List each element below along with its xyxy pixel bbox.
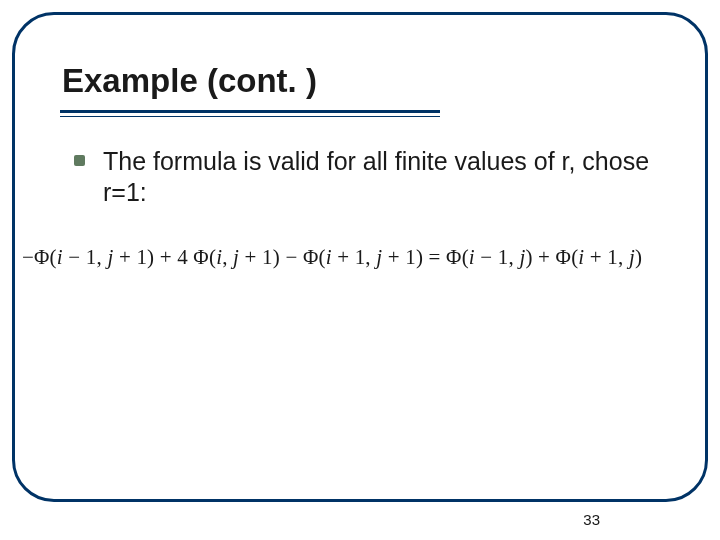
bullet-icon: [74, 155, 85, 166]
equation-text: −Φ(i − 1, j + 1) + 4 Φ(i, j + 1) − Φ(i +…: [22, 245, 698, 270]
title-underline-thin: [60, 116, 440, 117]
title-underline-thick: [60, 110, 440, 113]
page-number: 33: [583, 511, 600, 528]
bullet-text: The formula is valid for all finite valu…: [103, 146, 660, 209]
bullet-item: The formula is valid for all finite valu…: [74, 146, 660, 209]
slide-title: Example (cont. ): [62, 62, 317, 100]
